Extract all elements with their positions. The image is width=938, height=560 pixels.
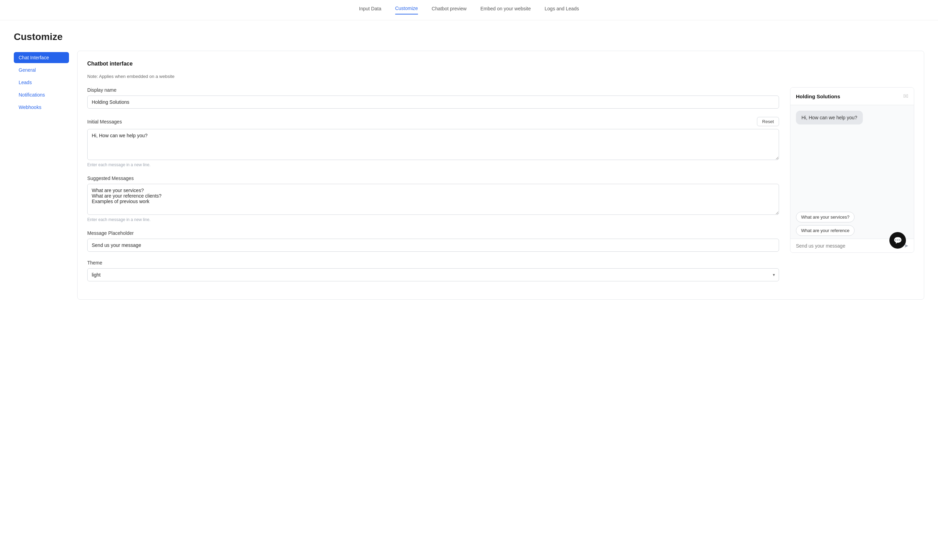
sidebar-item-notifications[interactable]: Notifications xyxy=(14,89,69,100)
nav-item-embed[interactable]: Embed on your website xyxy=(480,6,531,14)
chatbot-header-title: Holding Solutions xyxy=(796,94,840,99)
display-name-group: Display name xyxy=(87,87,779,109)
initial-messages-textarea[interactable] xyxy=(87,129,779,160)
chatbot-header: Holding Solutions ✉ xyxy=(790,88,914,105)
sidebar: Chat Interface General Leads Notificatio… xyxy=(14,51,69,300)
chatbot-preview: Holding Solutions ✉ Hi, How can we help … xyxy=(790,87,914,253)
nav-item-customize[interactable]: Customize xyxy=(395,6,418,14)
note-text: Note: Applies when embedded on a website xyxy=(87,74,914,79)
initial-messages-group: Initial Messages Reset Enter each messag… xyxy=(87,117,779,167)
message-placeholder-input[interactable] xyxy=(87,238,779,252)
floating-chat-button[interactable]: 💬 xyxy=(889,232,906,249)
chat-bubble-icon: 💬 xyxy=(893,236,902,245)
suggested-messages-wrapper: Enter each message in a new line. xyxy=(87,184,779,222)
suggested-messages-hint: Enter each message in a new line. xyxy=(87,217,779,222)
chat-bubble: Hi, How can we help you? xyxy=(796,111,863,125)
nav-item-input-data[interactable]: Input Data xyxy=(359,6,381,14)
sidebar-item-leads[interactable]: Leads xyxy=(14,77,69,88)
sidebar-item-webhooks[interactable]: Webhooks xyxy=(14,102,69,113)
suggested-messages-group: Suggested Messages Enter each message in… xyxy=(87,175,779,222)
initial-messages-hint: Enter each message in a new line. xyxy=(87,162,779,167)
nav-item-chatbot-preview[interactable]: Chatbot preview xyxy=(432,6,467,14)
suggested-messages-textarea[interactable] xyxy=(87,184,779,215)
section-title: Chatbot interface xyxy=(87,61,914,67)
message-placeholder-label: Message Placeholder xyxy=(87,230,779,236)
email-icon: ✉ xyxy=(903,92,908,100)
display-name-label: Display name xyxy=(87,87,779,93)
top-nav: Input Data Customize Chatbot preview Emb… xyxy=(0,0,938,20)
form-and-preview: Display name Initial Messages Reset xyxy=(87,87,914,290)
chatbot-messages: Hi, How can we help you? xyxy=(790,105,914,209)
preview-col: Holding Solutions ✉ Hi, How can we help … xyxy=(790,87,914,290)
reset-button[interactable]: Reset xyxy=(757,117,779,126)
theme-label: Theme xyxy=(87,260,779,266)
theme-select-wrapper: light dark ▾ xyxy=(87,268,779,282)
chatbot-input[interactable] xyxy=(796,243,901,249)
section-box: Chatbot interface Note: Applies when emb… xyxy=(77,51,924,300)
sidebar-item-chat-interface[interactable]: Chat Interface xyxy=(14,52,69,63)
initial-messages-label-row: Initial Messages Reset xyxy=(87,117,779,126)
suggested-btn-2[interactable]: What are your reference xyxy=(796,225,855,236)
main-layout: Chat Interface General Leads Notificatio… xyxy=(14,51,924,300)
initial-messages-wrapper: Enter each message in a new line. xyxy=(87,129,779,167)
preview-wrapper: Holding Solutions ✉ Hi, How can we help … xyxy=(790,87,914,257)
form-col: Display name Initial Messages Reset xyxy=(87,87,779,290)
initial-messages-label: Initial Messages xyxy=(87,119,122,125)
sidebar-item-general[interactable]: General xyxy=(14,65,69,75)
message-placeholder-group: Message Placeholder xyxy=(87,230,779,252)
display-name-input[interactable] xyxy=(87,95,779,109)
theme-select[interactable]: light dark xyxy=(87,268,779,282)
theme-group: Theme light dark ▾ xyxy=(87,260,779,282)
page-title: Customize xyxy=(14,31,924,42)
content-area: Chatbot interface Note: Applies when emb… xyxy=(77,51,924,300)
suggested-messages-label: Suggested Messages xyxy=(87,175,779,181)
nav-item-logs-leads[interactable]: Logs and Leads xyxy=(544,6,579,14)
page-layout: Customize Chat Interface General Leads N… xyxy=(0,20,938,311)
suggested-btn-1[interactable]: What are your services? xyxy=(796,212,855,222)
